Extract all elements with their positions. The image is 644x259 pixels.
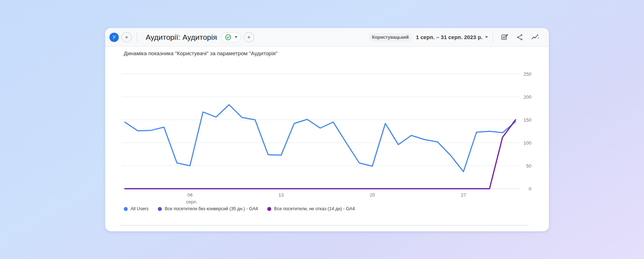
x-axis-sublabel: серп.: [186, 199, 198, 204]
legend-dot-icon: [124, 207, 128, 211]
chart-title: Динаміка показника "Користувачі" за пара…: [124, 50, 278, 56]
chevron-down-icon: [235, 36, 238, 38]
date-range-selector[interactable]: 1 серп. – 31 серп. 2023 р.: [416, 34, 488, 40]
series-line-0: [125, 105, 516, 172]
legend-label: All Users: [131, 206, 149, 211]
add-comparison-button[interactable]: +: [122, 32, 132, 42]
x-axis-label: 20: [370, 192, 375, 198]
share-button[interactable]: [516, 33, 524, 41]
y-axis-label: 0: [529, 186, 531, 192]
chevron-down-icon: [485, 36, 488, 38]
legend-item: Все посетители, не отказ (14 дн) - GA4: [267, 206, 355, 211]
desktop-background: { "header": { "avatar_letter": "У", "tit…: [0, 0, 644, 259]
card-header: У + Аудиторії: Аудиторія + Користувацьки…: [105, 28, 549, 47]
legend-dot-icon: [158, 207, 162, 211]
legend-item: Все посетители без конверсий (35 дн.) - …: [158, 206, 258, 211]
custom-report-badge: Користувацький: [369, 33, 412, 42]
legend-item: All Users: [124, 206, 149, 211]
chart-legend: All UsersВсе посетители без конверсий (3…: [124, 206, 355, 211]
insights-icon: [531, 33, 540, 42]
x-axis-label: 13: [278, 192, 283, 198]
y-axis-label: 50: [526, 163, 531, 169]
x-axis-label: 06: [187, 192, 192, 198]
avatar[interactable]: У: [109, 33, 119, 42]
edit-chart-button[interactable]: [500, 33, 509, 41]
legend-label: Все посетители без конверсий (35 дн.) - …: [165, 206, 258, 211]
y-axis-label: 250: [523, 71, 531, 77]
legend-label: Все посетители, не отказ (14 дн) - GA4: [274, 206, 355, 211]
series-line-1: [125, 120, 516, 189]
status-dropdown[interactable]: [221, 32, 241, 42]
x-axis-label: 27: [461, 192, 466, 198]
header-divider: [493, 33, 493, 42]
y-axis-label: 200: [523, 94, 531, 100]
report-title: Аудиторії: Аудиторія: [146, 33, 217, 42]
series-line-2: [125, 120, 516, 189]
y-axis-label: 150: [523, 117, 531, 123]
insights-button[interactable]: [531, 33, 540, 42]
header-divider: [137, 33, 137, 42]
legend-dot-icon: [267, 207, 271, 211]
analytics-report-card: У + Аудиторії: Аудиторія + Користувацьки…: [105, 28, 549, 231]
y-axis-label: 100: [523, 140, 531, 146]
check-circle-icon: [225, 34, 231, 41]
edit-chart-icon: [500, 33, 509, 41]
share-icon: [516, 33, 524, 41]
section-divider: [119, 225, 529, 226]
add-metric-button[interactable]: +: [244, 32, 254, 42]
date-range-label: 1 серп. – 31 серп. 2023 р.: [416, 34, 483, 40]
trend-chart: 05010015020025006серп.132027: [116, 67, 539, 208]
